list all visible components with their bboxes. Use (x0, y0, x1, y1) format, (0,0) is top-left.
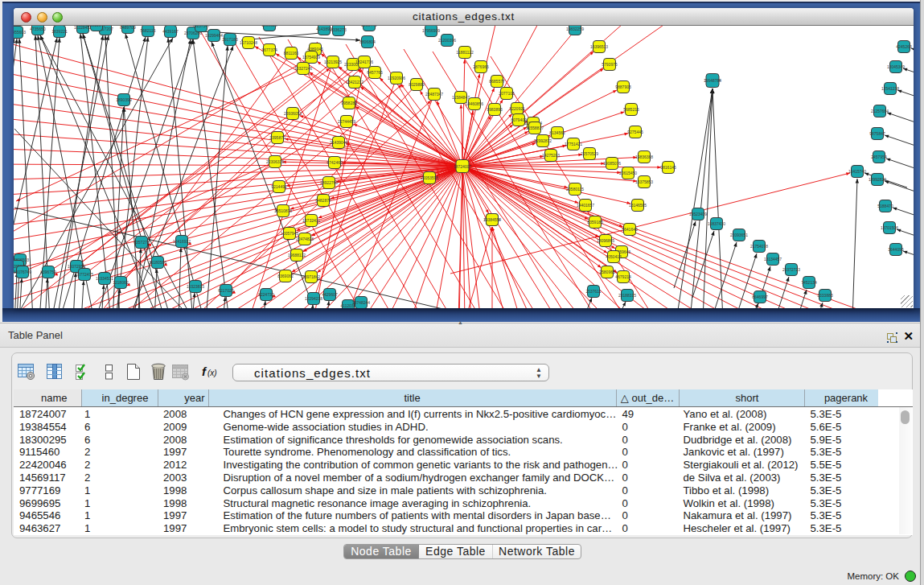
svg-text:21257684: 21257684 (871, 109, 889, 113)
svg-text:16510878: 16510878 (274, 208, 292, 213)
svg-text:13421212: 13421212 (346, 80, 363, 84)
svg-text:10327246: 10327246 (294, 66, 312, 71)
svg-text:18724007: 18724007 (454, 164, 471, 169)
svg-text:1839221: 1839221 (51, 29, 68, 34)
svg-text:8396759: 8396759 (40, 270, 56, 274)
svg-text:2077105: 2077105 (499, 91, 515, 96)
svg-text:16396513: 16396513 (590, 44, 608, 49)
svg-text:21439044: 21439044 (330, 140, 347, 145)
svg-text:16648784: 16648784 (704, 78, 721, 83)
svg-text:2457954: 2457954 (871, 154, 887, 159)
svg-text:10334531: 10334531 (96, 276, 113, 281)
svg-text:22992872: 22992872 (534, 138, 552, 143)
svg-text:14275203: 14275203 (542, 153, 560, 158)
svg-text:22744459: 22744459 (338, 119, 355, 124)
svg-text:9958289: 9958289 (341, 101, 357, 105)
svg-text:8685577: 8685577 (489, 79, 505, 84)
svg-text:21200396: 21200396 (438, 38, 456, 43)
svg-text:15180586: 15180586 (149, 260, 166, 265)
svg-text:5682115: 5682115 (140, 28, 155, 33)
svg-text:22570529: 22570529 (581, 151, 598, 156)
svg-text:9275445: 9275445 (627, 130, 643, 134)
svg-text:5793975: 5793975 (602, 62, 618, 67)
svg-text:11584847: 11584847 (452, 95, 470, 100)
svg-text:10837430: 10837430 (708, 221, 725, 226)
svg-text:9214491: 9214491 (271, 184, 287, 189)
svg-text:3644095: 3644095 (888, 247, 904, 252)
svg-text:8029889: 8029889 (409, 82, 425, 87)
svg-text:2580963: 2580963 (599, 270, 615, 274)
svg-text:9816145: 9816145 (660, 165, 676, 170)
svg-text:8336273: 8336273 (331, 27, 347, 32)
svg-text:8646997: 8646997 (752, 295, 768, 299)
svg-text:11558837: 11558837 (526, 126, 544, 130)
svg-text:6457765: 6457765 (367, 70, 383, 75)
svg-text:12416912: 12416912 (173, 239, 191, 244)
svg-text:18096865: 18096865 (597, 238, 614, 243)
svg-text:20580115: 20580115 (566, 187, 584, 192)
svg-text:16213925: 16213925 (324, 60, 342, 64)
svg-text:8359183: 8359183 (587, 220, 603, 225)
svg-text:14460856: 14460856 (466, 101, 483, 106)
svg-text:19523409: 19523409 (689, 212, 707, 216)
svg-text:16415740: 16415740 (848, 169, 866, 174)
svg-text:23188315: 23188315 (618, 293, 636, 298)
svg-text:3220921: 3220921 (509, 106, 525, 111)
svg-text:22306335: 22306335 (266, 159, 284, 164)
svg-text:9875847: 9875847 (869, 131, 885, 136)
svg-text:8224730: 8224730 (258, 292, 274, 297)
svg-text:3333883: 3333883 (817, 293, 833, 298)
svg-text:22455603: 22455603 (14, 30, 26, 35)
svg-text:12294238: 12294238 (305, 296, 322, 301)
svg-text:5641643: 5641643 (622, 227, 638, 232)
svg-text:18922760: 18922760 (320, 180, 338, 185)
svg-text:23487347: 23487347 (425, 92, 443, 97)
svg-text:13748244: 13748244 (352, 300, 370, 305)
svg-text:13754919: 13754919 (302, 55, 320, 60)
svg-text:4679214: 4679214 (615, 274, 631, 279)
svg-text:4143890: 4143890 (316, 27, 332, 31)
svg-text:15375853: 15375853 (635, 179, 653, 184)
svg-text:12920906: 12920906 (388, 76, 405, 80)
svg-text:1218062: 1218062 (113, 280, 129, 285)
svg-text:3917183: 3917183 (222, 37, 238, 42)
svg-text:23971842: 23971842 (302, 274, 320, 279)
svg-text:15076749: 15076749 (14, 270, 31, 274)
svg-text:4735650: 4735650 (30, 27, 46, 31)
svg-text:19085076: 19085076 (603, 161, 621, 166)
svg-text:8369062: 8369062 (277, 274, 294, 278)
svg-text:13732411: 13732411 (302, 218, 320, 223)
svg-text:13045349: 13045349 (887, 64, 905, 69)
svg-text:(x): (x) (207, 369, 217, 377)
svg-text:13134457: 13134457 (764, 257, 782, 262)
svg-text:8134562: 8134562 (549, 130, 565, 135)
svg-text:11881122: 11881122 (456, 50, 474, 55)
svg-text:22474828: 22474828 (296, 237, 314, 241)
svg-text:4245263: 4245263 (896, 44, 912, 49)
svg-text:22053595: 22053595 (421, 175, 438, 180)
svg-text:6357277: 6357277 (133, 240, 150, 245)
svg-text:5685216: 5685216 (623, 107, 639, 112)
svg-text:10710248: 10710248 (240, 40, 257, 45)
svg-text:19832259: 19832259 (566, 27, 584, 31)
svg-text:4439167: 4439167 (162, 29, 179, 34)
svg-text:21754078: 21754078 (750, 244, 768, 249)
svg-text:10323815: 10323815 (187, 284, 204, 289)
svg-text:13701506: 13701506 (881, 225, 898, 230)
svg-text:17751421: 17751421 (565, 142, 582, 146)
svg-text:12541238: 12541238 (881, 86, 899, 91)
svg-text:19384554: 19384554 (483, 217, 501, 222)
svg-text:6217026: 6217026 (218, 288, 234, 293)
svg-text:8806804: 8806804 (359, 39, 376, 44)
svg-text:14401657: 14401657 (577, 203, 594, 208)
svg-text:22093651: 22093651 (730, 233, 748, 237)
svg-text:8811165: 8811165 (284, 51, 299, 56)
svg-text:13241736: 13241736 (355, 60, 373, 64)
svg-text:1890399: 1890399 (116, 97, 132, 102)
svg-text:20772475: 20772475 (76, 272, 93, 277)
svg-text:6482877: 6482877 (315, 198, 331, 203)
svg-text:10057945: 10057945 (281, 231, 298, 236)
svg-text:19688132: 19688132 (288, 253, 306, 257)
svg-text:4050413: 4050413 (606, 254, 622, 259)
svg-text:17956909: 17956909 (422, 28, 440, 33)
